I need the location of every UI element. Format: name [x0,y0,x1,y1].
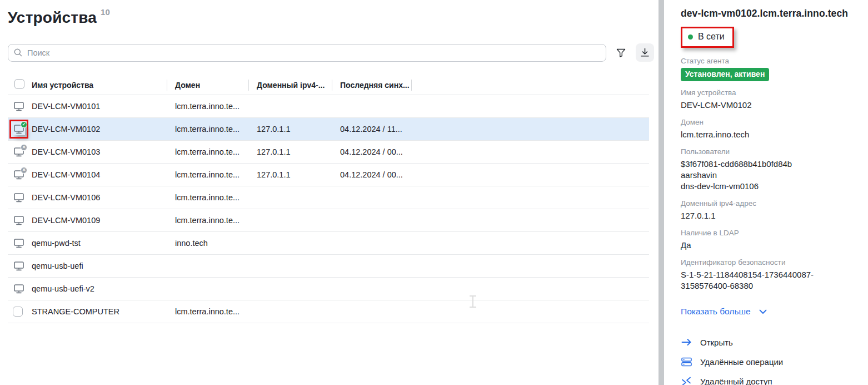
detail-field: Пользователи $3f67f081-cdd688b41b0fd84ba… [681,147,858,192]
device-ipv4: 127.0.1.1 [248,147,332,156]
detail-field: Домен lcm.terra.inno.tech [681,118,858,140]
table-row[interactable]: qemu-pwd-tst inno.tech [8,232,649,255]
panel-action-button[interactable]: Открыть [681,337,858,348]
device-name: DEV-LCM-VM0103 [32,147,167,156]
search-input[interactable] [27,48,600,57]
monitor-icon [13,237,25,249]
device-status-badge-icon: ✕ [21,144,27,151]
field-value: 127.0.1.1 [681,210,858,221]
field-label: Наличие в LDAP [681,229,858,237]
field-label: Доменный ipv4-адрес [681,199,858,208]
funnel-icon [616,48,626,57]
column-header-name[interactable]: Имя устройства [32,81,167,90]
device-status-badge-icon: ✕ [21,167,27,174]
field-label: Домен [681,118,858,126]
device-domain: lcm.terra.inno.te... [167,193,248,202]
download-icon [640,48,650,57]
remote-access-icon [681,376,692,385]
table-row[interactable]: qemu-usb-uefi-v2 [8,278,649,300]
device-last-sync: 04.12.2024 / 00... [332,170,411,179]
online-dot-icon [688,34,693,40]
table-row[interactable]: ✓ DEV-LCM-VM0102 lcm.terra.inno.te... 12… [8,118,649,141]
device-icon-cell [8,237,32,249]
action-label: Удалённый доступ [700,377,772,385]
table-row[interactable]: STRANGE-COMPUTER lcm.terra.inno.te... [8,300,649,323]
detail-field: Имя устройства DEV-LCM-VM0102 [681,88,858,111]
device-name: qemu-pwd-tst [32,239,167,248]
monitor-icon [13,100,25,112]
search-box[interactable] [8,44,606,62]
device-icon-cell [8,260,32,272]
device-icon-cell [8,214,32,226]
action-label: Удалённые операции [700,357,783,367]
header-checkbox-cell [8,79,32,91]
monitor-icon: ✕ [13,169,25,181]
panel-actions: Открыть Удалённые операции Удалённый дос… [681,337,858,385]
table-row[interactable]: qemu-usb-uefi [8,255,649,278]
online-status-label: В сети [698,32,725,42]
device-status-badge-icon: ✓ [21,121,27,128]
page-title-text: Устройства [8,9,97,26]
field-label: Имя устройства [681,88,858,97]
table-body: DEV-LCM-VM0101 lcm.terra.inno.te... ✓ DE… [8,95,649,323]
show-more-label: Показать больше [681,307,751,317]
panel-action-button[interactable]: Удалённые операции [681,356,858,367]
column-header-ipv4[interactable]: Доменный ipv4-... [248,81,332,90]
device-ipv4: 127.0.1.1 [248,170,332,179]
monitor-icon: ✓ [13,123,25,135]
device-name: STRANGE-COMPUTER [32,307,167,316]
row-checkbox[interactable] [13,307,23,317]
detail-field: Доменный ipv4-адрес 127.0.1.1 [681,199,858,221]
monitor-icon [13,214,25,226]
monitor-icon [13,260,25,272]
table-row[interactable]: ✕ DEV-LCM-VM0104 lcm.terra.inno.te... 12… [8,164,649,186]
devices-table: Имя устройства Домен Доменный ipv4-... П… [8,75,649,323]
device-domain: lcm.terra.inno.te... [167,125,248,134]
field-label: Идентификатор безопасности [681,258,858,266]
table-row[interactable]: DEV-LCM-VM0106 lcm.terra.inno.te... [8,186,649,209]
device-domain: inno.tech [167,239,248,248]
device-name: DEV-LCM-VM0109 [32,216,167,225]
filter-button[interactable] [612,43,630,62]
table-row[interactable]: DEV-LCM-VM0109 lcm.terra.inno.te... [8,209,649,232]
device-icon-cell [8,191,32,204]
monitor-icon [13,191,25,204]
device-icon-cell: ✕ [8,169,32,181]
table-row[interactable]: DEV-LCM-VM0101 lcm.terra.inno.te... [8,95,649,118]
device-count-badge: 10 [101,7,110,17]
device-icon-cell: ✕ [8,146,32,158]
show-more-link[interactable]: Показать больше [681,307,767,317]
table-row[interactable]: ✕ DEV-LCM-VM0103 lcm.terra.inno.te... 12… [8,141,649,164]
chevron-down-icon [759,309,767,314]
search-icon [14,48,22,57]
device-domain: lcm.terra.inno.te... [167,102,248,111]
field-value: Да [681,240,858,251]
vertical-scrollbar[interactable] [657,0,665,385]
field-value: DEV-LCM-VM0102 [681,100,858,111]
device-icon-cell [8,283,32,295]
column-header-last-sync[interactable]: Последняя синх... [332,81,411,90]
device-name: qemu-usb-uefi-v2 [32,284,167,293]
field-label: Пользователи [681,147,858,156]
detail-field: Статус агента Установлен, активен [681,57,858,81]
download-button[interactable] [636,43,654,62]
scrollbar-thumb[interactable] [659,0,664,385]
device-domain: lcm.terra.inno.te... [167,170,248,179]
panel-action-button[interactable]: Удалённый доступ [681,376,858,385]
device-name: qemu-usb-uefi [32,261,167,270]
arrow-right-icon [681,337,692,348]
device-domain: lcm.terra.inno.te... [167,147,248,156]
device-detail-panel: dev-lcm-vm0102.lcm.terra.inno.tech В сет… [665,0,868,385]
monitor-icon [13,283,25,295]
device-name: DEV-LCM-VM0101 [32,102,167,111]
device-ipv4: 127.0.1.1 [248,125,332,134]
field-value: Установлен, активен [681,68,769,81]
detail-fields: Статус агента Установлен, активен Имя ус… [681,57,858,292]
detail-field: Идентификатор безопасности S-1-5-21-1184… [681,258,858,292]
online-status-badge: В сети [681,27,734,48]
column-header-domain[interactable]: Домен [167,81,248,90]
select-all-checkbox[interactable] [14,79,24,89]
monitor-icon: ✕ [13,146,25,158]
device-domain: lcm.terra.inno.te... [167,216,248,225]
detail-field: Наличие в LDAP Да [681,229,858,251]
